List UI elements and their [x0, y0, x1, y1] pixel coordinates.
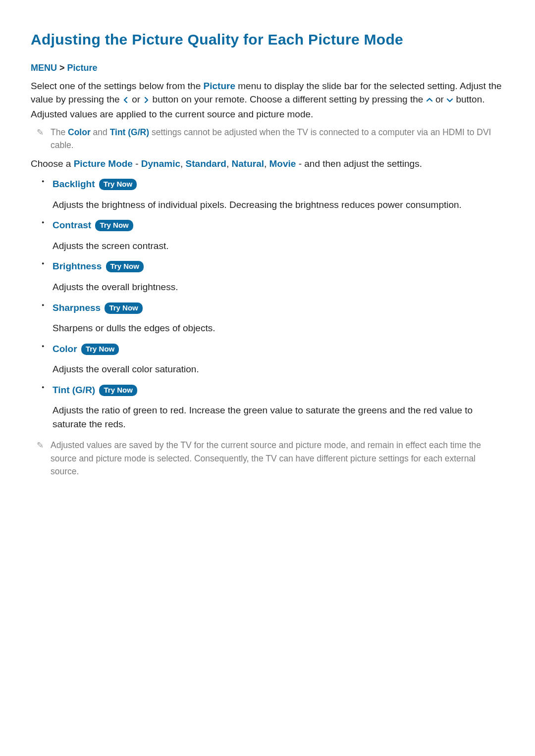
setting-desc: Adjusts the brightness of individual pix…: [53, 198, 504, 212]
list-item: Color Try Now Adjusts the overall color …: [44, 342, 504, 376]
note-icon: ✎: [37, 126, 51, 152]
intro-text-5: or: [435, 94, 446, 104]
try-now-button[interactable]: Try Now: [99, 385, 137, 396]
chevron-right-icon: [143, 94, 150, 107]
breadcrumb: MENU > Picture: [31, 61, 504, 74]
setting-desc: Adjusts the ratio of green to red. Incre…: [53, 403, 504, 431]
mode-standard: Standard: [186, 158, 226, 169]
keyword-tint: Tint (G/R): [110, 127, 149, 137]
breadcrumb-sep: >: [59, 63, 67, 73]
breadcrumb-menu: MENU: [31, 63, 57, 73]
mode-movie: Movie: [269, 158, 296, 169]
chevron-up-icon: [426, 94, 433, 107]
setting-desc: Adjusts the screen contrast.: [53, 239, 504, 253]
setting-backlight: Backlight: [53, 179, 95, 189]
setting-desc: Adjusts the overall brightness.: [53, 280, 504, 294]
settings-list: Backlight Try Now Adjusts the brightness…: [31, 177, 504, 431]
keyword-picture-mode: Picture Mode: [74, 158, 133, 169]
list-item: Backlight Try Now Adjusts the brightness…: [44, 177, 504, 211]
mode-dynamic: Dynamic: [141, 158, 180, 169]
list-item: Sharpness Try Now Sharpens or dulls the …: [44, 301, 504, 335]
choose-dash1: -: [135, 158, 141, 169]
list-item: Brightness Try Now Adjusts the overall b…: [44, 259, 504, 294]
choose-pre: Choose a: [31, 158, 74, 169]
setting-desc: Adjusts the overall color saturation.: [53, 362, 504, 376]
setting-brightness: Brightness: [53, 261, 102, 271]
try-now-button[interactable]: Try Now: [105, 302, 142, 314]
list-item: Contrast Try Now Adjusts the screen cont…: [44, 218, 504, 252]
try-now-button[interactable]: Try Now: [81, 344, 119, 355]
try-now-button[interactable]: Try Now: [95, 220, 133, 231]
note-saved-values: ✎ Adjusted values are saved by the TV fo…: [31, 439, 504, 478]
page-title: Adjusting the Picture Quality for Each P…: [31, 29, 504, 50]
chevron-left-icon: [122, 94, 129, 107]
c1: ,: [180, 158, 186, 169]
c2: ,: [226, 158, 232, 169]
intro-text-4: button on your remote. Choose a differen…: [153, 94, 426, 104]
mode-natural: Natural: [232, 158, 264, 169]
note-text: The Color and Tint (G/R) settings cannot…: [51, 126, 504, 152]
list-item: Tint (G/R) Try Now Adjusts the ratio of …: [44, 383, 504, 431]
choose-mode-line: Choose a Picture Mode - Dynamic, Standar…: [31, 157, 504, 171]
note-text: Adjusted values are saved by the TV for …: [51, 439, 504, 478]
note1-pre: The: [51, 127, 68, 137]
keyword-picture: Picture: [204, 81, 235, 91]
c3: ,: [264, 158, 269, 169]
chevron-down-icon: [446, 94, 453, 107]
breadcrumb-picture: Picture: [67, 63, 98, 73]
note-icon: ✎: [37, 439, 51, 478]
note1-mid: and: [93, 127, 110, 137]
setting-desc: Sharpens or dulls the edges of objects.: [53, 321, 504, 335]
setting-color: Color: [53, 344, 77, 354]
try-now-button[interactable]: Try Now: [106, 261, 144, 272]
intro-paragraph: Select one of the settings below from th…: [31, 79, 504, 121]
setting-contrast: Contrast: [53, 220, 91, 230]
note-hdmi-dvi: ✎ The Color and Tint (G/R) settings cann…: [31, 126, 504, 152]
keyword-color: Color: [68, 127, 91, 137]
try-now-button[interactable]: Try Now: [99, 179, 137, 190]
intro-text-1: Select one of the settings below from th…: [31, 81, 204, 91]
setting-sharpness: Sharpness: [53, 302, 101, 313]
intro-text-3: or: [132, 94, 143, 104]
setting-tint: Tint (G/R): [53, 385, 95, 395]
choose-dash2: - and then adjust the settings.: [299, 158, 422, 169]
